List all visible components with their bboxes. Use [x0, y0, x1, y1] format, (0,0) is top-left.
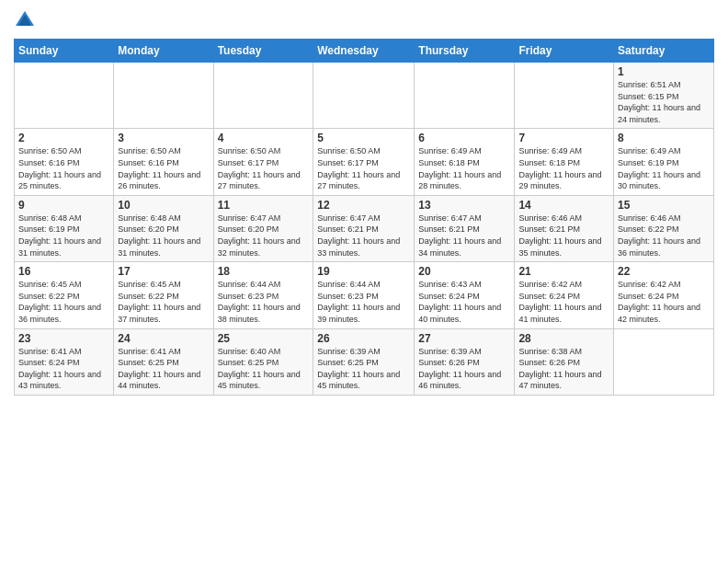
day-number: 18: [218, 265, 310, 278]
calendar-cell: 10Sunrise: 6:48 AM Sunset: 6:20 PM Dayli…: [114, 195, 213, 261]
day-info: Sunrise: 6:49 AM Sunset: 6:19 PM Dayligh…: [618, 145, 710, 191]
day-info: Sunrise: 6:45 AM Sunset: 6:22 PM Dayligh…: [18, 279, 109, 325]
calendar-cell: 14Sunrise: 6:46 AM Sunset: 6:21 PM Dayli…: [515, 195, 614, 261]
calendar-cell: [313, 63, 415, 129]
day-info: Sunrise: 6:50 AM Sunset: 6:17 PM Dayligh…: [317, 145, 410, 191]
day-number: 25: [218, 332, 310, 345]
weekday-header-wednesday: Wednesday: [313, 40, 415, 63]
calendar-cell: 26Sunrise: 6:39 AM Sunset: 6:25 PM Dayli…: [313, 328, 415, 395]
day-info: Sunrise: 6:48 AM Sunset: 6:20 PM Dayligh…: [118, 213, 209, 259]
calendar-cell: 15Sunrise: 6:46 AM Sunset: 6:22 PM Dayli…: [614, 195, 714, 261]
day-number: 14: [518, 199, 609, 212]
calendar-cell: 19Sunrise: 6:44 AM Sunset: 6:23 PM Dayli…: [313, 262, 415, 328]
day-number: 1: [618, 65, 710, 78]
day-info: Sunrise: 6:47 AM Sunset: 6:21 PM Dayligh…: [418, 213, 510, 259]
calendar-cell: 24Sunrise: 6:41 AM Sunset: 6:25 PM Dayli…: [114, 328, 213, 395]
day-info: Sunrise: 6:41 AM Sunset: 6:24 PM Dayligh…: [18, 346, 109, 392]
calendar-cell: [614, 328, 714, 395]
calendar-cell: [213, 63, 313, 129]
day-info: Sunrise: 6:38 AM Sunset: 6:26 PM Dayligh…: [518, 346, 609, 392]
day-info: Sunrise: 6:40 AM Sunset: 6:25 PM Dayligh…: [218, 346, 310, 392]
day-number: 20: [418, 265, 510, 278]
calendar-cell: [114, 63, 213, 129]
day-info: Sunrise: 6:39 AM Sunset: 6:26 PM Dayligh…: [418, 346, 510, 392]
logo-icon: [14, 9, 36, 31]
weekday-header-row: SundayMondayTuesdayWednesdayThursdayFrid…: [15, 40, 714, 63]
calendar-cell: 3Sunrise: 6:50 AM Sunset: 6:16 PM Daylig…: [114, 129, 213, 195]
day-number: 13: [418, 199, 510, 212]
page: SundayMondayTuesdayWednesdayThursdayFrid…: [0, 0, 728, 409]
calendar-cell: 28Sunrise: 6:38 AM Sunset: 6:26 PM Dayli…: [515, 328, 614, 395]
header: [14, 9, 714, 31]
weekday-header-sunday: Sunday: [15, 40, 114, 63]
day-info: Sunrise: 6:39 AM Sunset: 6:25 PM Dayligh…: [317, 346, 410, 392]
weekday-header-friday: Friday: [515, 40, 614, 63]
calendar-cell: [515, 63, 614, 129]
calendar-cell: 4Sunrise: 6:50 AM Sunset: 6:17 PM Daylig…: [213, 129, 313, 195]
day-number: 4: [218, 132, 310, 144]
day-info: Sunrise: 6:44 AM Sunset: 6:23 PM Dayligh…: [317, 279, 410, 325]
calendar: SundayMondayTuesdayWednesdayThursdayFrid…: [14, 39, 714, 396]
calendar-cell: 6Sunrise: 6:49 AM Sunset: 6:18 PM Daylig…: [415, 129, 515, 195]
calendar-cell: 21Sunrise: 6:42 AM Sunset: 6:24 PM Dayli…: [515, 262, 614, 328]
calendar-cell: 8Sunrise: 6:49 AM Sunset: 6:19 PM Daylig…: [614, 129, 714, 195]
week-row-3: 9Sunrise: 6:48 AM Sunset: 6:19 PM Daylig…: [15, 195, 714, 261]
day-info: Sunrise: 6:50 AM Sunset: 6:17 PM Dayligh…: [218, 145, 310, 191]
week-row-5: 23Sunrise: 6:41 AM Sunset: 6:24 PM Dayli…: [15, 328, 714, 395]
day-number: 24: [118, 332, 209, 345]
day-number: 10: [118, 199, 209, 212]
day-info: Sunrise: 6:46 AM Sunset: 6:21 PM Dayligh…: [518, 213, 609, 259]
calendar-cell: 25Sunrise: 6:40 AM Sunset: 6:25 PM Dayli…: [213, 328, 313, 395]
week-row-4: 16Sunrise: 6:45 AM Sunset: 6:22 PM Dayli…: [15, 262, 714, 328]
day-info: Sunrise: 6:48 AM Sunset: 6:19 PM Dayligh…: [18, 213, 109, 259]
calendar-cell: 20Sunrise: 6:43 AM Sunset: 6:24 PM Dayli…: [415, 262, 515, 328]
weekday-header-monday: Monday: [114, 40, 213, 63]
day-info: Sunrise: 6:45 AM Sunset: 6:22 PM Dayligh…: [118, 279, 209, 325]
day-number: 27: [418, 332, 510, 345]
day-info: Sunrise: 6:50 AM Sunset: 6:16 PM Dayligh…: [18, 145, 109, 191]
calendar-cell: [15, 63, 114, 129]
day-number: 6: [418, 132, 510, 144]
week-row-1: 1Sunrise: 6:51 AM Sunset: 6:15 PM Daylig…: [15, 63, 714, 129]
calendar-cell: 23Sunrise: 6:41 AM Sunset: 6:24 PM Dayli…: [15, 328, 114, 395]
day-info: Sunrise: 6:43 AM Sunset: 6:24 PM Dayligh…: [418, 279, 510, 325]
calendar-cell: 1Sunrise: 6:51 AM Sunset: 6:15 PM Daylig…: [614, 63, 714, 129]
day-number: 17: [118, 265, 209, 278]
day-number: 16: [18, 265, 109, 278]
day-number: 2: [18, 132, 109, 144]
day-info: Sunrise: 6:49 AM Sunset: 6:18 PM Dayligh…: [418, 145, 510, 191]
logo: [14, 9, 40, 31]
day-number: 28: [518, 332, 609, 345]
weekday-header-saturday: Saturday: [614, 40, 714, 63]
day-number: 7: [518, 132, 609, 144]
day-info: Sunrise: 6:46 AM Sunset: 6:22 PM Dayligh…: [618, 213, 710, 259]
day-number: 3: [118, 132, 209, 144]
calendar-cell: 12Sunrise: 6:47 AM Sunset: 6:21 PM Dayli…: [313, 195, 415, 261]
calendar-cell: 18Sunrise: 6:44 AM Sunset: 6:23 PM Dayli…: [213, 262, 313, 328]
day-info: Sunrise: 6:44 AM Sunset: 6:23 PM Dayligh…: [218, 279, 310, 325]
calendar-cell: 17Sunrise: 6:45 AM Sunset: 6:22 PM Dayli…: [114, 262, 213, 328]
day-number: 26: [317, 332, 410, 345]
day-info: Sunrise: 6:42 AM Sunset: 6:24 PM Dayligh…: [518, 279, 609, 325]
day-info: Sunrise: 6:50 AM Sunset: 6:16 PM Dayligh…: [118, 145, 209, 191]
day-info: Sunrise: 6:41 AM Sunset: 6:25 PM Dayligh…: [118, 346, 209, 392]
day-info: Sunrise: 6:47 AM Sunset: 6:20 PM Dayligh…: [218, 213, 310, 259]
day-info: Sunrise: 6:42 AM Sunset: 6:24 PM Dayligh…: [618, 279, 710, 325]
week-row-2: 2Sunrise: 6:50 AM Sunset: 6:16 PM Daylig…: [15, 129, 714, 195]
day-number: 12: [317, 199, 410, 212]
calendar-cell: 5Sunrise: 6:50 AM Sunset: 6:17 PM Daylig…: [313, 129, 415, 195]
calendar-cell: 13Sunrise: 6:47 AM Sunset: 6:21 PM Dayli…: [415, 195, 515, 261]
day-number: 11: [218, 199, 310, 212]
weekday-header-tuesday: Tuesday: [213, 40, 313, 63]
calendar-cell: 11Sunrise: 6:47 AM Sunset: 6:20 PM Dayli…: [213, 195, 313, 261]
day-number: 21: [518, 265, 609, 278]
day-number: 8: [618, 132, 710, 144]
day-number: 15: [618, 199, 710, 212]
day-number: 19: [317, 265, 410, 278]
day-info: Sunrise: 6:51 AM Sunset: 6:15 PM Dayligh…: [618, 79, 710, 125]
weekday-header-thursday: Thursday: [415, 40, 515, 63]
calendar-cell: 27Sunrise: 6:39 AM Sunset: 6:26 PM Dayli…: [415, 328, 515, 395]
day-number: 9: [18, 199, 109, 212]
calendar-cell: 16Sunrise: 6:45 AM Sunset: 6:22 PM Dayli…: [15, 262, 114, 328]
calendar-cell: 7Sunrise: 6:49 AM Sunset: 6:18 PM Daylig…: [515, 129, 614, 195]
